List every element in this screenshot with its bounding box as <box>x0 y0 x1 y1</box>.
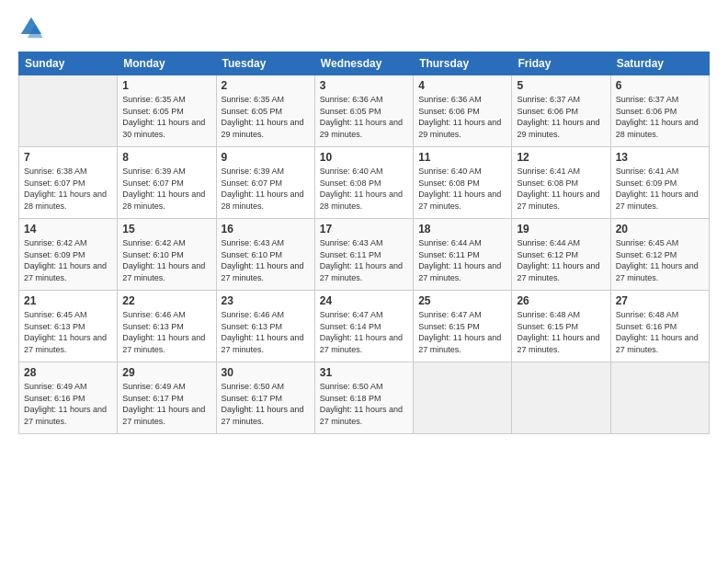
day-info: Sunrise: 6:39 AMSunset: 6:07 PMDaylight:… <box>222 166 310 212</box>
day-info: Sunrise: 6:39 AMSunset: 6:07 PMDaylight:… <box>122 166 210 212</box>
calendar-cell: 11Sunrise: 6:40 AMSunset: 6:08 PMDayligh… <box>414 147 512 219</box>
day-number: 18 <box>418 223 506 236</box>
calendar-cell: 8Sunrise: 6:39 AMSunset: 6:07 PMDaylight… <box>118 147 216 219</box>
day-number: 14 <box>24 223 112 236</box>
calendar-cell: 30Sunrise: 6:50 AMSunset: 6:17 PMDayligh… <box>216 362 314 434</box>
day-info: Sunrise: 6:48 AMSunset: 6:15 PMDaylight:… <box>517 309 605 355</box>
day-number: 25 <box>418 294 506 307</box>
calendar-cell: 13Sunrise: 6:41 AMSunset: 6:09 PMDayligh… <box>610 147 709 219</box>
day-number: 16 <box>222 223 310 236</box>
calendar-cell: 3Sunrise: 6:36 AMSunset: 6:05 PMDaylight… <box>314 75 413 147</box>
day-info: Sunrise: 6:35 AMSunset: 6:05 PMDaylight:… <box>222 94 310 140</box>
calendar-week-row: 14Sunrise: 6:42 AMSunset: 6:09 PMDayligh… <box>19 219 710 291</box>
calendar-cell: 15Sunrise: 6:42 AMSunset: 6:10 PMDayligh… <box>118 219 216 291</box>
calendar-cell: 24Sunrise: 6:47 AMSunset: 6:14 PMDayligh… <box>314 291 413 362</box>
day-info: Sunrise: 6:41 AMSunset: 6:09 PMDaylight:… <box>616 166 704 212</box>
weekday-header-row: SundayMondayTuesdayWednesdayThursdayFrid… <box>19 52 710 75</box>
day-info: Sunrise: 6:40 AMSunset: 6:08 PMDaylight:… <box>320 166 408 212</box>
day-info: Sunrise: 6:47 AMSunset: 6:14 PMDaylight:… <box>320 309 408 355</box>
weekday-header-cell: Monday <box>118 52 216 75</box>
calendar-cell: 16Sunrise: 6:43 AMSunset: 6:10 PMDayligh… <box>216 219 314 291</box>
day-info: Sunrise: 6:35 AMSunset: 6:05 PMDaylight:… <box>122 94 210 140</box>
day-number: 28 <box>24 366 112 379</box>
day-number: 1 <box>122 79 210 92</box>
day-info: Sunrise: 6:47 AMSunset: 6:15 PMDaylight:… <box>418 309 506 355</box>
day-info: Sunrise: 6:40 AMSunset: 6:08 PMDaylight:… <box>418 166 506 212</box>
day-info: Sunrise: 6:44 AMSunset: 6:12 PMDaylight:… <box>517 237 605 283</box>
day-number: 9 <box>222 151 310 164</box>
day-number: 31 <box>320 366 408 379</box>
calendar-cell: 19Sunrise: 6:44 AMSunset: 6:12 PMDayligh… <box>512 219 610 291</box>
calendar-body: 1Sunrise: 6:35 AMSunset: 6:05 PMDaylight… <box>19 75 710 434</box>
day-info: Sunrise: 6:50 AMSunset: 6:18 PMDaylight:… <box>320 381 408 427</box>
weekday-header-cell: Friday <box>512 52 610 75</box>
day-number: 20 <box>616 223 704 236</box>
logo-icon <box>18 15 44 40</box>
day-info: Sunrise: 6:45 AMSunset: 6:12 PMDaylight:… <box>616 237 704 283</box>
weekday-header-cell: Tuesday <box>216 52 314 75</box>
day-info: Sunrise: 6:43 AMSunset: 6:10 PMDaylight:… <box>222 237 310 283</box>
day-number: 21 <box>24 294 112 307</box>
calendar-cell: 17Sunrise: 6:43 AMSunset: 6:11 PMDayligh… <box>314 219 413 291</box>
day-info: Sunrise: 6:49 AMSunset: 6:16 PMDaylight:… <box>24 381 112 427</box>
calendar-week-row: 28Sunrise: 6:49 AMSunset: 6:16 PMDayligh… <box>19 362 710 434</box>
calendar-cell <box>19 75 118 147</box>
calendar-cell: 14Sunrise: 6:42 AMSunset: 6:09 PMDayligh… <box>19 219 118 291</box>
calendar-table: SundayMondayTuesdayWednesdayThursdayFrid… <box>18 52 710 434</box>
calendar-cell: 5Sunrise: 6:37 AMSunset: 6:06 PMDaylight… <box>512 75 610 147</box>
calendar-cell: 27Sunrise: 6:48 AMSunset: 6:16 PMDayligh… <box>610 291 709 362</box>
day-number: 2 <box>222 79 310 92</box>
day-info: Sunrise: 6:42 AMSunset: 6:10 PMDaylight:… <box>122 237 210 283</box>
calendar-cell: 22Sunrise: 6:46 AMSunset: 6:13 PMDayligh… <box>118 291 216 362</box>
calendar-cell: 23Sunrise: 6:46 AMSunset: 6:13 PMDayligh… <box>216 291 314 362</box>
calendar-cell: 12Sunrise: 6:41 AMSunset: 6:08 PMDayligh… <box>512 147 610 219</box>
day-info: Sunrise: 6:50 AMSunset: 6:17 PMDaylight:… <box>222 381 310 427</box>
day-number: 30 <box>222 366 310 379</box>
calendar-cell: 18Sunrise: 6:44 AMSunset: 6:11 PMDayligh… <box>414 219 512 291</box>
day-number: 17 <box>320 223 408 236</box>
calendar-cell <box>414 362 512 434</box>
day-info: Sunrise: 6:38 AMSunset: 6:07 PMDaylight:… <box>24 166 112 212</box>
day-info: Sunrise: 6:49 AMSunset: 6:17 PMDaylight:… <box>122 381 210 427</box>
day-number: 27 <box>616 294 704 307</box>
day-number: 19 <box>517 223 605 236</box>
day-info: Sunrise: 6:45 AMSunset: 6:13 PMDaylight:… <box>24 309 112 355</box>
day-number: 15 <box>122 223 210 236</box>
calendar-cell: 4Sunrise: 6:36 AMSunset: 6:06 PMDaylight… <box>414 75 512 147</box>
calendar-week-row: 7Sunrise: 6:38 AMSunset: 6:07 PMDaylight… <box>19 147 710 219</box>
weekday-header-cell: Wednesday <box>314 52 413 75</box>
day-number: 3 <box>320 79 408 92</box>
day-info: Sunrise: 6:46 AMSunset: 6:13 PMDaylight:… <box>222 309 310 355</box>
day-number: 13 <box>616 151 704 164</box>
day-info: Sunrise: 6:46 AMSunset: 6:13 PMDaylight:… <box>122 309 210 355</box>
calendar-cell: 2Sunrise: 6:35 AMSunset: 6:05 PMDaylight… <box>216 75 314 147</box>
calendar-cell: 10Sunrise: 6:40 AMSunset: 6:08 PMDayligh… <box>314 147 413 219</box>
weekday-header-cell: Thursday <box>414 52 512 75</box>
day-number: 29 <box>122 366 210 379</box>
calendar-cell <box>512 362 610 434</box>
day-number: 4 <box>418 79 506 92</box>
day-info: Sunrise: 6:44 AMSunset: 6:11 PMDaylight:… <box>418 237 506 283</box>
header <box>18 15 710 40</box>
day-info: Sunrise: 6:43 AMSunset: 6:11 PMDaylight:… <box>320 237 408 283</box>
day-number: 26 <box>517 294 605 307</box>
calendar-cell: 9Sunrise: 6:39 AMSunset: 6:07 PMDaylight… <box>216 147 314 219</box>
calendar-cell <box>610 362 709 434</box>
calendar-week-row: 1Sunrise: 6:35 AMSunset: 6:05 PMDaylight… <box>19 75 710 147</box>
calendar-cell: 26Sunrise: 6:48 AMSunset: 6:15 PMDayligh… <box>512 291 610 362</box>
day-number: 23 <box>222 294 310 307</box>
day-info: Sunrise: 6:37 AMSunset: 6:06 PMDaylight:… <box>517 94 605 140</box>
calendar-cell: 28Sunrise: 6:49 AMSunset: 6:16 PMDayligh… <box>19 362 118 434</box>
calendar-cell: 1Sunrise: 6:35 AMSunset: 6:05 PMDaylight… <box>118 75 216 147</box>
day-number: 11 <box>418 151 506 164</box>
day-info: Sunrise: 6:42 AMSunset: 6:09 PMDaylight:… <box>24 237 112 283</box>
calendar-cell: 20Sunrise: 6:45 AMSunset: 6:12 PMDayligh… <box>610 219 709 291</box>
day-info: Sunrise: 6:48 AMSunset: 6:16 PMDaylight:… <box>616 309 704 355</box>
calendar-cell: 7Sunrise: 6:38 AMSunset: 6:07 PMDaylight… <box>19 147 118 219</box>
day-number: 5 <box>517 79 605 92</box>
day-info: Sunrise: 6:41 AMSunset: 6:08 PMDaylight:… <box>517 166 605 212</box>
calendar-week-row: 21Sunrise: 6:45 AMSunset: 6:13 PMDayligh… <box>19 291 710 362</box>
calendar-cell: 6Sunrise: 6:37 AMSunset: 6:06 PMDaylight… <box>610 75 709 147</box>
day-info: Sunrise: 6:37 AMSunset: 6:06 PMDaylight:… <box>616 94 704 140</box>
day-number: 12 <box>517 151 605 164</box>
